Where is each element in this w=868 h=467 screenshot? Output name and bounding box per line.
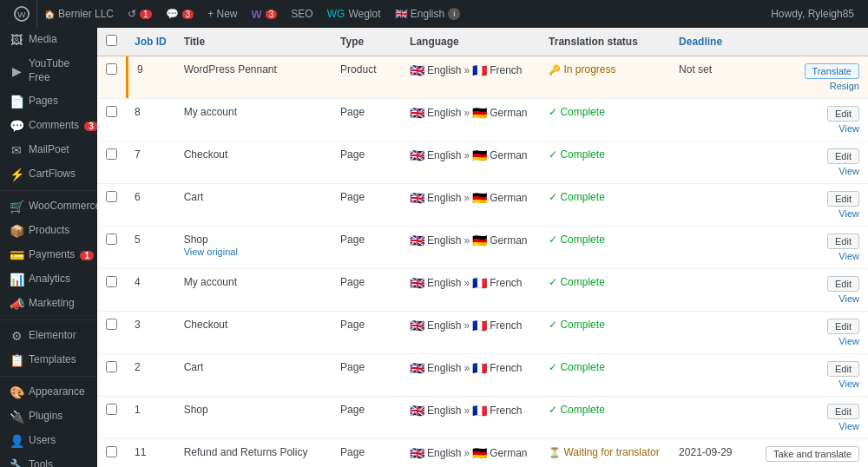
view-link[interactable]: View — [838, 208, 859, 219]
deadline-sort-link[interactable]: Deadline — [679, 36, 722, 48]
select-all-checkbox[interactable] — [106, 35, 117, 46]
edit-button[interactable]: Edit — [827, 106, 859, 122]
table-row: 1ShopPage🇬🇧English»🇫🇷French✓ Complete Ed… — [97, 397, 868, 439]
sidebar-item-youtube[interactable]: ▶ YouTube Free — [0, 52, 97, 89]
sidebar-item-media[interactable]: 🖼 Media — [0, 28, 97, 52]
view-link[interactable]: View — [838, 123, 859, 134]
language-cell: 🇬🇧English»🇩🇪German — [401, 141, 540, 184]
row-checkbox[interactable] — [106, 276, 117, 287]
title-cell: My account — [175, 269, 332, 312]
view-original-link[interactable]: View original — [184, 247, 238, 257]
edit-button[interactable]: Edit — [827, 319, 859, 334]
take-translate-button[interactable]: Take and translate — [766, 446, 859, 462]
row-checkbox[interactable] — [106, 191, 117, 202]
edit-button[interactable]: Edit — [827, 276, 859, 292]
status-text: ✓ Complete — [549, 191, 605, 203]
lang-arrow: » — [464, 362, 470, 374]
title-text: My account — [184, 106, 237, 118]
job-id-cell: 8 — [126, 99, 175, 141]
sidebar-item-users[interactable]: 👤 Users — [0, 429, 97, 453]
table-body: 9WordPress PennantProduct🇬🇧English»🇫🇷Fre… — [97, 56, 868, 468]
sidebar-item-marketing[interactable]: 📣 Marketing — [0, 292, 97, 316]
translate-button[interactable]: Translate — [805, 63, 859, 79]
title-cell: Checkout — [175, 312, 332, 354]
sidebar-item-tools[interactable]: 🔧 Tools — [0, 453, 97, 467]
check-icon: ✓ — [549, 148, 557, 161]
view-link[interactable]: View — [838, 378, 859, 389]
sidebar-item-appearance[interactable]: 🎨 Appearance — [0, 380, 97, 405]
view-link[interactable]: View — [838, 251, 859, 261]
edit-button[interactable]: Edit — [827, 191, 859, 207]
job-id-cell: 4 — [126, 269, 175, 312]
sidebar-item-comments[interactable]: 💬 Comments 3 — [0, 114, 97, 138]
view-link[interactable]: View — [838, 336, 859, 346]
sidebar-item-products[interactable]: 📦 Products — [0, 219, 97, 243]
adminbar-comments[interactable]: 💬3 — [159, 0, 201, 28]
edit-button[interactable]: Edit — [827, 404, 859, 419]
title-text: Checkout — [184, 319, 228, 331]
status-cell: ✓ Complete — [540, 397, 670, 439]
action-group: Edit View — [766, 361, 859, 389]
lang-to-name: French — [490, 405, 522, 417]
sidebar-item-mailpoet[interactable]: ✉ MailPoet — [0, 138, 97, 162]
table-row: 11Refund and Returns PolicyPage🇬🇧English… — [97, 439, 868, 468]
job-id-sort-link[interactable]: Job ID — [135, 36, 167, 48]
type-cell: Page — [332, 312, 401, 354]
sidebar-item-elementor[interactable]: ⚙ Elementor — [0, 324, 97, 348]
row-checkbox[interactable] — [106, 404, 117, 415]
actions-cell: Edit View — [757, 312, 868, 354]
flag-to: 🇩🇪 — [472, 148, 487, 162]
row-checkbox[interactable] — [106, 106, 117, 117]
job-id-cell: 3 — [126, 312, 175, 354]
row-checkbox[interactable] — [106, 148, 117, 160]
deadline-cell — [670, 397, 757, 439]
language-cell: 🇬🇧English»🇫🇷French — [401, 312, 540, 354]
view-link[interactable]: View — [838, 421, 859, 431]
action-group: Edit View — [766, 404, 859, 431]
view-link[interactable]: View — [838, 293, 859, 304]
lang-arrow: » — [464, 192, 470, 204]
resign-link[interactable]: Resign — [830, 81, 859, 91]
language-cell: 🇬🇧English»🇫🇷French — [401, 269, 540, 312]
row-checkbox[interactable] — [106, 319, 117, 330]
adminbar-new[interactable]: + New — [201, 0, 244, 28]
edit-button[interactable]: Edit — [827, 361, 859, 377]
jobs-table: Job ID Title Type Language Translation s… — [97, 28, 868, 467]
appearance-icon: 🎨 — [10, 385, 23, 399]
view-link[interactable]: View — [838, 166, 859, 176]
adminbar-language[interactable]: 🇬🇧 English i — [388, 0, 468, 28]
table-header-row: Job ID Title Type Language Translation s… — [97, 28, 868, 56]
adminbar-wp-logo[interactable]: W — [7, 0, 36, 28]
type-cell: Page — [332, 184, 401, 227]
sidebar-item-cartflows[interactable]: ⚡ CartFlows — [0, 162, 97, 187]
edit-button[interactable]: Edit — [827, 148, 859, 164]
sidebar-item-analytics[interactable]: 📊 Analytics — [0, 267, 97, 292]
row-checkbox[interactable] — [106, 63, 117, 75]
row-checkbox[interactable] — [106, 361, 117, 372]
row-checkbox[interactable] — [106, 234, 117, 245]
job-id-cell: 6 — [126, 184, 175, 227]
adminbar-woo[interactable]: W 3 — [245, 0, 285, 28]
sidebar-item-templates[interactable]: 📋 Templates — [0, 348, 97, 372]
deadline-cell — [670, 269, 757, 312]
col-cb — [97, 28, 126, 56]
sidebar-item-pages[interactable]: 📄 Pages — [0, 89, 97, 114]
adminbar-weglot[interactable]: WG Weglot — [320, 0, 388, 28]
adminbar-site-name[interactable]: 🏠 Bernier LLC — [36, 0, 121, 28]
adminbar-seo[interactable]: SEO — [284, 0, 319, 28]
edit-button[interactable]: Edit — [827, 234, 859, 249]
row-checkbox[interactable] — [106, 446, 117, 457]
menu-sep-1 — [0, 190, 97, 191]
sidebar-item-plugins[interactable]: 🔌 Plugins — [0, 405, 97, 429]
flag-to: 🇫🇷 — [472, 319, 487, 332]
sidebar-item-woocommerce[interactable]: 🛒 WooCommerce — [0, 194, 97, 219]
lang-to-name: French — [490, 362, 522, 374]
type-cell: Page — [332, 99, 401, 141]
status-cell: ✓ Complete — [540, 227, 670, 269]
sidebar-item-payments[interactable]: 💳 Payments 1 — [0, 243, 97, 267]
plugins-icon: 🔌 — [10, 410, 23, 424]
action-group: Edit View — [766, 191, 859, 219]
adminbar-updates[interactable]: ↺1 — [121, 0, 159, 28]
status-text: ✓ Complete — [549, 276, 605, 288]
language-cell: 🇬🇧English»🇩🇪German — [401, 99, 540, 141]
